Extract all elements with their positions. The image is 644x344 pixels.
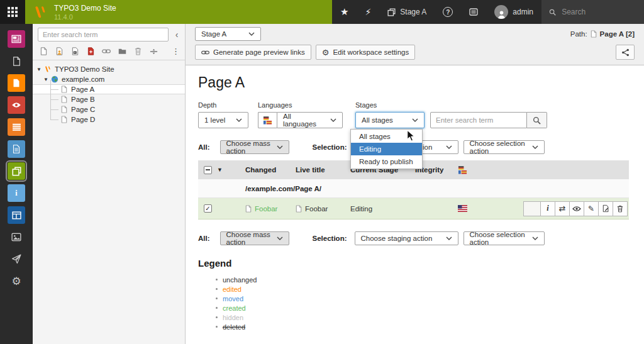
info-button[interactable]: i: [541, 201, 555, 216]
system-information-button[interactable]: [461, 0, 486, 24]
send-to-stage-button[interactable]: ⇄: [555, 201, 570, 216]
expand-toggle-icon[interactable]: ▼: [36, 67, 42, 72]
tree-node-root[interactable]: ▼ TYPO3 Demo Site: [33, 64, 185, 74]
new-shortcut-icon[interactable]: [70, 47, 79, 56]
workspace-select[interactable]: Stage A: [195, 27, 261, 41]
table-row[interactable]: ✓ Foobar Foobar Editing: [198, 198, 629, 219]
info-icon: i: [15, 189, 17, 198]
stages-option-ready[interactable]: Ready to publish: [351, 155, 422, 168]
edit-workspace-settings-button[interactable]: ⚙ Edit workspace settings: [316, 45, 415, 60]
stages-select-value: All stages: [362, 116, 393, 124]
trash-icon: [617, 205, 623, 213]
languages-select-value: All languages: [283, 113, 325, 128]
typo3-backend-window: TYPO3 Demo Site 11.4.0 ★ ⚡ Stage A ? adm…: [0, 0, 644, 344]
tree-node-label: Page D: [71, 116, 95, 123]
new-external-link-icon[interactable]: [102, 47, 111, 56]
page-icon: [60, 86, 69, 94]
table-path-row: /example.com/Page A/: [198, 179, 629, 198]
bookmarks-button[interactable]: ★: [332, 0, 357, 24]
tree-search-input[interactable]: [38, 28, 169, 42]
rocket-icon: [11, 254, 21, 264]
workspace-search-button[interactable]: [527, 112, 547, 128]
preview-link-icon: [201, 50, 209, 55]
depth-select-value: 1 level: [204, 116, 225, 124]
workspace-switcher[interactable]: Stage A: [379, 0, 435, 24]
topbar-search-input[interactable]: [562, 8, 636, 16]
module-upgrade[interactable]: [8, 250, 25, 268]
tree-toolbar: ⋮: [33, 44, 185, 60]
depth-select[interactable]: 1 level: [198, 112, 248, 128]
share-button[interactable]: [616, 45, 635, 60]
new-folder-icon[interactable]: [118, 47, 126, 56]
module-view[interactable]: [8, 52, 25, 70]
select-all-checkbox[interactable]: [204, 166, 212, 174]
tree-node-site[interactable]: ▼ example.com: [33, 74, 185, 84]
new-recycler-icon[interactable]: [133, 47, 142, 56]
collapse-tree-button[interactable]: ‹: [171, 30, 182, 40]
site-brand[interactable]: TYPO3 Demo Site 11.4.0: [25, 0, 332, 24]
module-dashboard[interactable]: [8, 206, 25, 224]
stages-dropdown: All stages Editing Ready to publish: [350, 129, 423, 169]
tree-node-page-a[interactable]: Page A: [33, 84, 185, 94]
workspace-search: [430, 112, 547, 128]
module-workspaces[interactable]: [8, 162, 25, 180]
gear-icon: ⚙: [11, 275, 21, 288]
module-list[interactable]: [8, 74, 25, 92]
selection-action-select[interactable]: Choose selection action: [464, 231, 545, 245]
header-changed[interactable]: Changed: [245, 166, 296, 174]
page-icon: [296, 205, 302, 213]
tree-node-page-b[interactable]: Page B: [33, 94, 185, 104]
header-language-flag-icon: [458, 166, 486, 174]
view-doc-icon: [13, 57, 21, 66]
module-template[interactable]: [8, 140, 25, 158]
expand-toggle-icon[interactable]: ▼: [43, 77, 49, 82]
help-icon: ?: [443, 7, 453, 17]
docheader: Stage A Path: Page A [2] Generate page p…: [186, 24, 644, 65]
chevron-down-icon: [446, 145, 452, 149]
tree-node-page-d[interactable]: Page D: [33, 114, 185, 125]
selection-action-select[interactable]: Choose selection action: [464, 140, 545, 154]
stages-option-all[interactable]: All stages: [351, 130, 422, 143]
stages-select[interactable]: All stages: [355, 112, 425, 128]
module-filelist[interactable]: [8, 228, 25, 246]
module-settings[interactable]: ⚙: [8, 272, 25, 290]
header-live-title[interactable]: Live title: [296, 166, 350, 174]
topbar-search: [541, 0, 644, 24]
selection-action-value: Choose selection action: [470, 140, 527, 155]
tree-node-page-c[interactable]: Page C: [33, 104, 185, 114]
help-menu-button[interactable]: ?: [435, 0, 461, 24]
row-checkbox[interactable]: ✓: [204, 204, 212, 213]
stages-option-editing[interactable]: Editing: [351, 143, 422, 155]
staging-action-value: Choose staging action: [361, 235, 433, 242]
module-info[interactable]: i: [8, 184, 25, 202]
new-page-icon[interactable]: [39, 47, 48, 56]
module-access[interactable]: [8, 96, 25, 114]
tree-more-options-button[interactable]: ⋮: [172, 47, 180, 56]
path-label: Path:: [570, 30, 587, 38]
workspace-search-input[interactable]: [430, 112, 527, 128]
new-mountpoint-icon[interactable]: [86, 47, 95, 56]
row-stage[interactable]: Editing: [350, 205, 415, 213]
module-page[interactable]: [8, 30, 25, 48]
module-func[interactable]: [8, 118, 25, 136]
preview-button[interactable]: [570, 201, 584, 216]
modules-toggle-button[interactable]: [0, 0, 25, 24]
user-menu-button[interactable]: admin: [486, 0, 541, 24]
typo3-logo-icon: [43, 65, 52, 74]
open-version-button[interactable]: [599, 201, 613, 216]
workspace-switcher-label: Stage A: [400, 8, 426, 16]
mass-action-select[interactable]: Choose mass action: [220, 140, 289, 154]
edit-button[interactable]: ✎: [584, 201, 599, 216]
path-value: Page A [2]: [600, 30, 635, 38]
bullet-icon: [216, 297, 218, 299]
mass-action-select[interactable]: Choose mass action: [220, 231, 289, 245]
new-backend-user-section-icon[interactable]: [55, 47, 64, 56]
discard-button[interactable]: [613, 201, 628, 216]
languages-select[interactable]: All languages: [277, 112, 343, 128]
generate-preview-links-button[interactable]: Generate page preview links: [195, 45, 311, 60]
caret-down-icon[interactable]: ▼: [217, 167, 223, 173]
clear-cache-button[interactable]: ⚡: [357, 0, 379, 24]
legend-item: moved: [216, 294, 631, 303]
staging-action-select[interactable]: Choose staging action: [355, 231, 458, 245]
new-spacer-icon[interactable]: [149, 47, 158, 56]
